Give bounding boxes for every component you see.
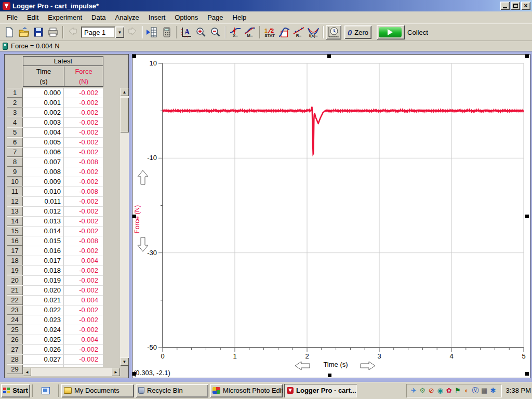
tray-icon[interactable]: ⚙ [418,386,427,395]
page-selector-dropdown-button[interactable]: ▼ [115,26,124,38]
time-cell[interactable]: 0.014 [23,227,64,236]
selection-handle-mid-right[interactable] [525,215,529,218]
row-number[interactable]: 25 [7,325,23,335]
zero-button[interactable]: 0 Zero [344,25,371,39]
linear-fit-button[interactable]: R= [291,25,306,39]
force-cell[interactable]: 0.004 [64,335,103,345]
task-button-logger-pro[interactable]: Logger Pro - cart... [284,384,357,397]
print-button[interactable] [46,25,60,39]
force-cell[interactable]: -0.002 [64,118,103,128]
row-number[interactable]: 11 [7,187,23,196]
table-row[interactable]: 0.000 -0.002 [23,88,103,98]
force-cell[interactable]: -0.002 [64,315,103,325]
selection-handle-top-right[interactable] [525,55,529,58]
show-desktop-icon[interactable] [42,387,50,394]
force-cell[interactable]: -0.002 [64,217,103,227]
time-cell[interactable]: 0.026 [23,345,64,355]
selection-handle-top-left[interactable] [132,55,136,58]
force-cell[interactable]: -0.008 [64,187,103,197]
table-row[interactable]: 0.003 -0.002 [23,118,103,128]
table-row[interactable]: 0.006 -0.002 [23,148,103,157]
force-cell[interactable]: -0.002 [64,98,103,108]
row-number[interactable]: 16 [7,236,23,246]
time-cell[interactable]: 0.008 [23,167,64,177]
time-cell[interactable]: 0.022 [23,305,64,315]
table-row[interactable]: 0.028 -0.002 [23,365,103,367]
time-cell[interactable]: 0.017 [23,256,64,266]
tray-icon[interactable]: ✿ [445,386,454,395]
table-row[interactable]: 0.012 -0.002 [23,207,103,217]
time-cell[interactable]: 0.015 [23,236,64,246]
menu-item[interactable]: Help [228,12,251,23]
close-button[interactable]: × [521,2,530,10]
table-row[interactable]: 0.002 -0.002 [23,108,103,118]
row-number[interactable]: 23 [7,305,23,315]
autoscale-button[interactable]: A [179,25,194,39]
force-cell[interactable]: -0.002 [64,355,103,365]
table-row[interactable]: 0.015 -0.008 [23,236,103,246]
data-table-panel[interactable]: Latest Time Force (s) (N) 12345678910111… [4,54,129,378]
statistics-button[interactable]: 12 STAT [262,25,277,39]
time-cell[interactable]: 0.020 [23,286,64,296]
menu-item[interactable]: Insert [144,12,170,23]
menu-item[interactable]: File [2,12,22,23]
row-number[interactable]: 24 [7,315,23,325]
time-cell[interactable]: 0.011 [23,197,64,207]
time-cell[interactable]: 0.002 [23,108,64,118]
force-cell[interactable]: -0.002 [64,266,103,276]
force-cell[interactable]: -0.008 [64,236,103,246]
selection-handle-bottom-left[interactable] [132,372,136,376]
restore-button[interactable] [511,2,520,10]
time-cell[interactable]: 0.006 [23,148,64,157]
row-number[interactable]: 1 [7,88,23,98]
table-row[interactable]: 0.008 -0.002 [23,167,103,177]
force-cell[interactable]: -0.002 [64,286,103,296]
time-cell[interactable]: 0.009 [23,177,64,187]
force-cell[interactable]: -0.002 [64,246,103,256]
table-row[interactable]: 0.026 -0.002 [23,345,103,355]
row-number[interactable]: 4 [7,117,23,127]
data-collection-button[interactable] [326,25,341,39]
force-cell[interactable]: -0.002 [64,128,103,138]
tray-icon[interactable]: Ⓥ [471,386,480,395]
zoom-out-button[interactable] [208,25,223,39]
row-number[interactable]: 13 [7,206,23,216]
dataset-name-header[interactable]: Latest [23,57,103,66]
column-header-time[interactable]: Time [23,66,64,76]
table-row[interactable]: 0.020 -0.002 [23,286,103,296]
y-axis-scale-down-arrow[interactable] [137,236,149,252]
curve-fit-button[interactable]: f(x)= [306,25,321,39]
row-number[interactable]: 21 [7,285,23,295]
calculator-button[interactable] [159,25,174,39]
table-row[interactable]: 0.017 0.004 [23,256,103,266]
time-cell[interactable]: 0.003 [23,118,64,128]
table-rows[interactable]: 0.000 -0.002 0.001 -0.002 0.002 -0.002 0… [23,88,103,367]
table-horizontal-scrollbar[interactable]: ◄ ► [23,368,120,376]
force-cell[interactable]: -0.002 [64,345,103,355]
force-cell[interactable]: -0.002 [64,207,103,217]
save-button[interactable] [31,25,46,39]
tray-icon[interactable]: ▦ [480,386,489,395]
row-number[interactable]: 3 [7,108,23,117]
force-cell[interactable]: -0.002 [64,167,103,177]
row-number[interactable]: 29 [7,364,23,374]
menu-item[interactable]: Page [203,12,228,23]
force-cell[interactable]: -0.002 [64,276,103,286]
time-cell[interactable]: 0.024 [23,325,64,335]
table-row[interactable]: 0.014 -0.002 [23,227,103,236]
time-cell[interactable]: 0.019 [23,276,64,286]
task-button-photo-editor[interactable]: Microsoft Photo Editor [210,384,283,397]
zoom-in-button[interactable] [194,25,208,39]
menu-item[interactable]: Experiment [43,12,87,23]
row-number[interactable]: 15 [7,226,23,236]
row-number[interactable]: 17 [7,246,23,256]
force-cell[interactable]: -0.008 [64,157,103,167]
table-row[interactable]: 0.022 -0.002 [23,305,103,315]
menu-item[interactable]: Edit [22,12,43,23]
table-row[interactable]: 0.011 -0.002 [23,197,103,207]
force-cell[interactable]: -0.002 [64,138,103,148]
scroll-down-button[interactable]: ▼ [120,357,129,366]
collect-button[interactable]: Collect [377,25,428,39]
new-file-button[interactable] [2,25,17,39]
row-number[interactable]: 8 [7,157,23,167]
